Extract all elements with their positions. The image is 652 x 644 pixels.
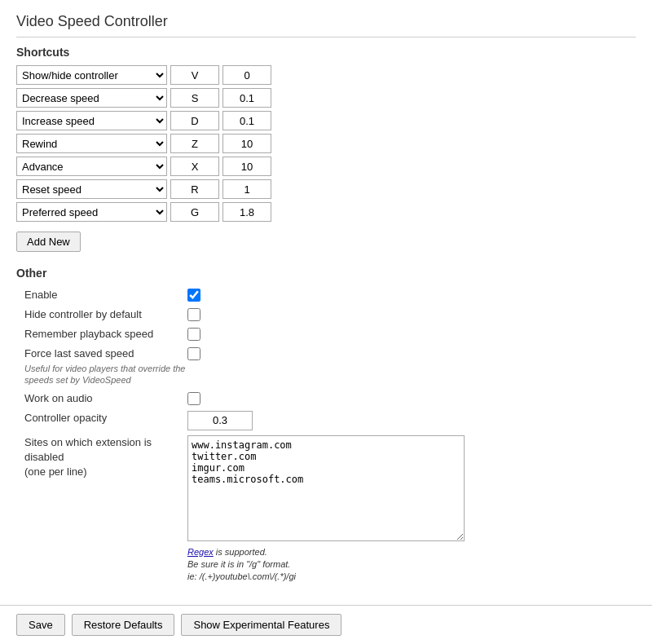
work-audio-control <box>187 391 200 405</box>
shortcut-key-input[interactable] <box>170 202 219 222</box>
option-label-enable: Enable <box>24 288 187 302</box>
shortcut-key-input[interactable] <box>170 111 219 130</box>
shortcut-row: Show/hide controllerDecrease speedIncrea… <box>16 179 636 199</box>
shortcut-key-input[interactable] <box>170 88 219 108</box>
disabled-sites-label: Sites on which extension is disabled (on… <box>24 435 187 479</box>
option-row-force_speed: Force last saved speedUseful for video p… <box>16 346 636 386</box>
disabled-sites-textarea[interactable]: www.instagram.com twitter.com imgur.com … <box>187 435 465 541</box>
shortcut-row: Show/hide controllerDecrease speedIncrea… <box>16 157 636 176</box>
shortcut-key-input[interactable] <box>170 179 219 199</box>
option-row-remember_speed: Remember playback speed <box>16 327 636 342</box>
option-label-remember_speed: Remember playback speed <box>24 327 187 342</box>
work-audio-checkbox[interactable] <box>187 392 200 405</box>
shortcut-key-input[interactable] <box>170 65 219 85</box>
checkbox-hide_controller[interactable] <box>187 308 200 321</box>
checkbox-enable[interactable] <box>187 289 200 302</box>
opacity-label: Controller opacity <box>24 411 187 426</box>
shortcut-key-input[interactable] <box>170 157 219 176</box>
shortcut-row: Show/hide controllerDecrease speedIncrea… <box>16 134 636 153</box>
work-audio-label: Work on audio <box>24 391 187 406</box>
shortcut-row: Show/hide controllerDecrease speedIncrea… <box>16 65 636 85</box>
shortcut-value-input[interactable] <box>222 179 271 199</box>
shortcut-value-input[interactable] <box>222 202 271 222</box>
opacity-control <box>187 411 253 430</box>
add-new-button[interactable]: Add New <box>16 232 81 252</box>
shortcut-key-input[interactable] <box>170 134 219 153</box>
shortcut-value-input[interactable] <box>222 65 271 85</box>
disabled-sites-row: Sites on which extension is disabled (on… <box>16 435 636 584</box>
shortcut-row: Show/hide controllerDecrease speedIncrea… <box>16 88 636 108</box>
shortcut-action-select[interactable]: Show/hide controllerDecrease speedIncrea… <box>16 179 167 199</box>
opacity-row: Controller opacity <box>16 411 636 430</box>
shortcut-value-input[interactable] <box>222 111 271 130</box>
work-audio-row: Work on audio <box>16 391 636 406</box>
page-title: Video Speed Controller <box>16 13 636 37</box>
shortcuts-section-title: Shortcuts <box>16 46 636 59</box>
shortcuts-section: Shortcuts Show/hide controllerDecrease s… <box>16 46 636 252</box>
regex-link[interactable]: Regex <box>187 547 214 557</box>
option-row-hide_controller: Hide controller by default <box>16 307 636 322</box>
shortcuts-rows-container: Show/hide controllerDecrease speedIncrea… <box>16 65 636 222</box>
restore-defaults-button[interactable]: Restore Defaults <box>72 614 175 636</box>
option-control-remember_speed <box>187 327 200 341</box>
disabled-sites-area-container: www.instagram.com twitter.com imgur.com … <box>187 435 465 584</box>
show-experimental-button[interactable]: Show Experimental Features <box>181 614 341 636</box>
shortcut-row: Show/hide controllerDecrease speedIncrea… <box>16 202 636 222</box>
shortcut-value-input[interactable] <box>222 157 271 176</box>
checkbox-force_speed[interactable] <box>187 347 200 360</box>
option-control-hide_controller <box>187 307 200 321</box>
shortcut-action-select[interactable]: Show/hide controllerDecrease speedIncrea… <box>16 157 167 176</box>
shortcut-value-input[interactable] <box>222 134 271 153</box>
shortcut-action-select[interactable]: Show/hide controllerDecrease speedIncrea… <box>16 111 167 130</box>
option-label-hide_controller: Hide controller by default <box>24 307 187 322</box>
option-label-force_speed: Force last saved speedUseful for video p… <box>24 346 187 386</box>
save-button[interactable]: Save <box>16 614 65 636</box>
regex-note: Regex is supported. Be sure it is in "/g… <box>187 546 465 584</box>
footer-buttons: Save Restore Defaults Show Experimental … <box>0 605 652 644</box>
checkbox-remember_speed[interactable] <box>187 328 200 341</box>
option-control-enable <box>187 288 200 302</box>
opacity-input[interactable] <box>187 411 253 430</box>
other-section-title: Other <box>16 267 636 280</box>
shortcut-row: Show/hide controllerDecrease speedIncrea… <box>16 111 636 130</box>
shortcut-value-input[interactable] <box>222 88 271 108</box>
option-row-enable: Enable <box>16 288 636 302</box>
options-container: EnableHide controller by defaultRemember… <box>16 288 636 386</box>
shortcut-action-select[interactable]: Show/hide controllerDecrease speedIncrea… <box>16 88 167 108</box>
shortcut-action-select[interactable]: Show/hide controllerDecrease speedIncrea… <box>16 202 167 222</box>
other-section: Other EnableHide controller by defaultRe… <box>16 267 636 584</box>
shortcut-action-select[interactable]: Show/hide controllerDecrease speedIncrea… <box>16 134 167 153</box>
shortcut-action-select[interactable]: Show/hide controllerDecrease speedIncrea… <box>16 65 167 85</box>
option-control-force_speed <box>187 346 200 360</box>
